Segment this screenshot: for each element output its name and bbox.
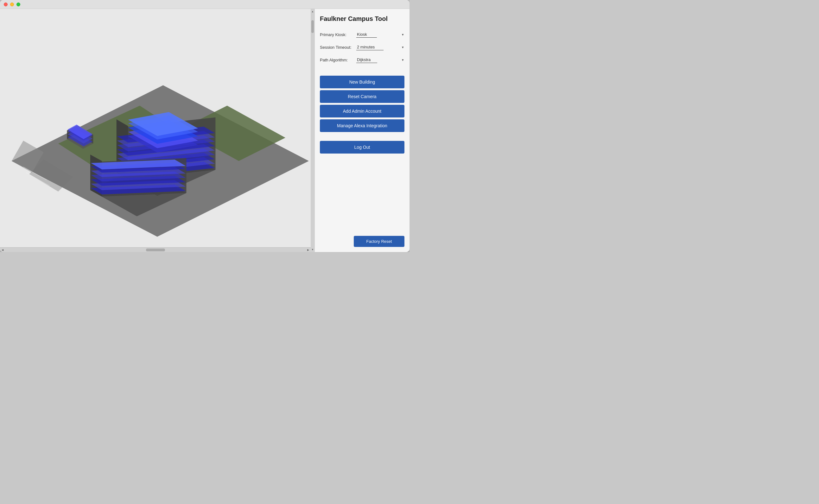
new-building-button[interactable]: New Building — [320, 76, 404, 88]
app-window: ▲ ▼ — [0, 0, 410, 252]
session-timeout-label: Session Timeout: — [320, 45, 356, 50]
3d-viewport[interactable]: ▲ ▼ — [0, 9, 314, 252]
primary-kiosk-select[interactable]: Kiosk Kiosk 2 Kiosk 3 — [356, 31, 377, 38]
add-admin-account-button[interactable]: Add Admin Account — [320, 105, 404, 117]
factory-reset-button[interactable]: Factory Reset — [354, 236, 404, 247]
log-out-button[interactable]: Log Out — [320, 141, 404, 154]
maximize-button[interactable] — [16, 3, 20, 6]
panel-title: Faulkner Campus Tool — [320, 15, 404, 22]
action-buttons: New Building Reset Camera Add Admin Acco… — [320, 76, 404, 132]
scroll-thumb[interactable] — [311, 20, 314, 33]
horizontal-scrollbar[interactable]: ◀ ▶ — [0, 247, 311, 252]
titlebar — [0, 0, 410, 9]
scroll-down-arrow[interactable]: ▼ — [311, 247, 314, 252]
right-panel: Faulkner Campus Tool Primary Kiosk: Kios… — [314, 9, 410, 252]
session-timeout-row: Session Timeout: 1 minute 2 minutes 5 mi… — [320, 44, 404, 50]
reset-camera-button[interactable]: Reset Camera — [320, 90, 404, 103]
minimize-button[interactable] — [10, 3, 14, 6]
manage-alexa-button[interactable]: Manage Alexa Integration — [320, 119, 404, 132]
vertical-scrollbar[interactable]: ▲ ▼ — [311, 9, 314, 252]
path-algorithm-select[interactable]: Dijkstra A* BFS — [356, 57, 377, 63]
campus-scene — [0, 9, 314, 252]
session-timeout-select[interactable]: 1 minute 2 minutes 5 minutes 10 minutes — [356, 44, 383, 50]
content-area: ▲ ▼ — [0, 9, 410, 252]
path-algorithm-select-wrapper[interactable]: Dijkstra A* BFS — [356, 57, 404, 63]
session-timeout-select-wrapper[interactable]: 1 minute 2 minutes 5 minutes 10 minutes — [356, 44, 404, 50]
scroll-right-arrow[interactable]: ▶ — [305, 248, 311, 252]
path-algorithm-label: Path Algorithm: — [320, 58, 356, 62]
primary-kiosk-label: Primary Kiosk: — [320, 32, 356, 37]
close-button[interactable] — [4, 3, 8, 6]
primary-kiosk-select-wrapper[interactable]: Kiosk Kiosk 2 Kiosk 3 — [356, 31, 404, 38]
path-algorithm-row: Path Algorithm: Dijkstra A* BFS — [320, 57, 404, 63]
scroll-up-arrow[interactable]: ▲ — [311, 9, 314, 14]
scroll-thumb-h[interactable] — [146, 249, 165, 251]
primary-kiosk-row: Primary Kiosk: Kiosk Kiosk 2 Kiosk 3 — [320, 31, 404, 38]
scroll-left-arrow[interactable]: ◀ — [0, 248, 5, 252]
